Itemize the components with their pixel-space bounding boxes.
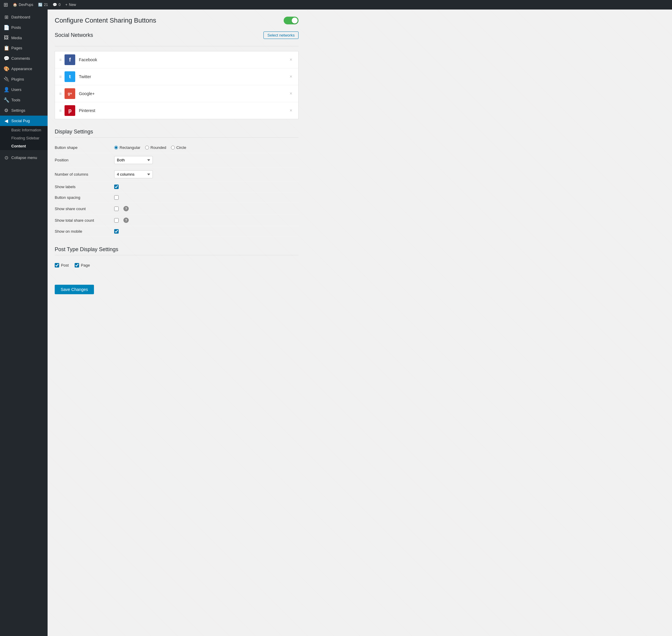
sidebar-item-comments[interactable]: 💬 Comments <box>0 53 47 64</box>
share-count-help-icon[interactable]: ? <box>123 206 129 211</box>
users-icon: 👤 <box>4 87 9 93</box>
button-spacing-label: Button spacing <box>55 195 114 200</box>
show-share-count-row: Show share count ? <box>55 203 299 215</box>
position-label: Position <box>55 158 114 162</box>
drag-handle-googleplus[interactable]: ≡ <box>59 92 61 96</box>
sidebar-item-tools[interactable]: 🔧 Tools <box>0 95 47 105</box>
show-labels-checkbox[interactable] <box>114 184 119 189</box>
shape-circle-radio[interactable] <box>171 146 175 150</box>
drag-handle-facebook[interactable]: ≡ <box>59 58 61 62</box>
show-labels-row: Show labels <box>55 182 299 192</box>
position-select[interactable]: Both Top Bottom <box>114 156 153 164</box>
social-networks-section: Social Networks Select networks ≡ f Face… <box>55 32 299 119</box>
sidebar-item-media[interactable]: 🖼 Media <box>0 33 47 43</box>
post-type-page-checkbox[interactable] <box>75 263 79 267</box>
page-title: Configure Content Sharing Buttons <box>55 17 156 24</box>
position-control: Both Top Bottom <box>114 156 153 164</box>
sidebar-item-social-pug[interactable]: ◀ Social Pug <box>0 116 47 126</box>
plugins-icon: 🔌 <box>4 76 9 82</box>
sidebar-subitem-floating-sidebar[interactable]: Floating Sidebar <box>0 134 47 142</box>
sidebar-item-pages[interactable]: 📋 Pages <box>0 43 47 53</box>
post-type-section: Post Type Display Settings Post Page <box>55 246 299 271</box>
twitter-remove-button[interactable]: × <box>288 74 294 80</box>
post-type-page-label[interactable]: Page <box>75 263 90 267</box>
sidebar-item-posts[interactable]: 📄 Posts <box>0 22 47 33</box>
button-shape-row: Button shape Rectangular Rounded Circ <box>55 142 299 153</box>
comments-icon: 💬 <box>4 56 9 61</box>
googleplus-remove-button[interactable]: × <box>288 90 294 97</box>
show-labels-label: Show labels <box>55 184 114 189</box>
show-share-count-checkbox[interactable] <box>114 206 119 211</box>
shape-rounded-label[interactable]: Rounded <box>145 145 166 150</box>
social-pug-icon: ◀ <box>4 118 9 124</box>
show-total-share-count-label: Show total share count <box>55 218 114 223</box>
sidebar-item-users[interactable]: 👤 Users <box>0 84 47 95</box>
network-list: ≡ f Facebook × ≡ 𝕥 Twitter × ≡ <box>55 51 299 119</box>
display-settings-section: Display Settings Button shape Rectangula… <box>55 129 299 237</box>
googleplus-icon: g+ <box>64 88 75 99</box>
shape-circle-label[interactable]: Circle <box>171 145 186 150</box>
shape-rounded-radio[interactable] <box>145 146 149 150</box>
show-total-share-count-row: Show total share count ? <box>55 215 299 226</box>
show-on-mobile-row: Show on mobile <box>55 226 299 237</box>
network-item-twitter: ≡ 𝕥 Twitter × <box>55 68 298 85</box>
button-spacing-control <box>114 195 119 200</box>
social-networks-divider <box>55 46 299 46</box>
site-name[interactable]: 🏠 DevPups <box>13 3 33 7</box>
total-share-count-help-icon[interactable]: ? <box>123 218 129 223</box>
post-type-post-checkbox[interactable] <box>55 263 59 267</box>
wp-logo[interactable]: ⊞ <box>4 1 8 8</box>
shape-rectangular-radio[interactable] <box>114 146 118 150</box>
select-networks-button[interactable]: Select networks <box>264 32 299 39</box>
social-networks-title: Social Networks <box>55 32 93 38</box>
sidebar-item-settings[interactable]: ⚙ Settings <box>0 105 47 116</box>
twitter-icon: 𝕥 <box>64 71 75 82</box>
columns-select[interactable]: 1 column 2 columns 3 columns 4 columns <box>114 170 153 178</box>
post-type-checkboxes: Post Page <box>55 260 299 271</box>
drag-handle-pinterest[interactable]: ≡ <box>59 108 61 113</box>
comments-count[interactable]: 💬 0 <box>53 3 61 7</box>
drag-handle-twitter[interactable]: ≡ <box>59 75 61 79</box>
collapse-menu-button[interactable]: ⊙ Collapse menu <box>0 153 47 163</box>
columns-label: Number of columns <box>55 172 114 177</box>
pinterest-icon: p <box>64 105 75 116</box>
facebook-icon: f <box>64 54 75 65</box>
updates-count[interactable]: 🔄 21 <box>38 3 48 7</box>
posts-icon: 📄 <box>4 25 9 30</box>
post-type-title: Post Type Display Settings <box>55 246 299 255</box>
sidebar-item-dashboard[interactable]: ⊞ Dashboard <box>0 12 47 22</box>
sidebar-submenu: Basic Information Floating Sidebar Conte… <box>0 126 47 150</box>
sidebar-subitem-content[interactable]: Content <box>0 142 47 150</box>
appearance-icon: 🎨 <box>4 66 9 72</box>
sidebar-subitem-basic-info[interactable]: Basic Information <box>0 126 47 134</box>
facebook-label: Facebook <box>79 57 288 62</box>
tools-icon: 🔧 <box>4 97 9 103</box>
save-changes-button[interactable]: Save Changes <box>55 285 94 294</box>
show-share-count-label: Show share count <box>55 206 114 211</box>
twitter-label: Twitter <box>79 74 288 79</box>
pinterest-label: Pinterest <box>79 108 288 113</box>
pinterest-remove-button[interactable]: × <box>288 107 294 114</box>
sidebar-item-appearance[interactable]: 🎨 Appearance <box>0 64 47 74</box>
new-button[interactable]: + New <box>65 3 76 7</box>
button-shape-label: Button shape <box>55 145 114 150</box>
show-total-share-count-checkbox[interactable] <box>114 218 119 223</box>
toggle-slider <box>284 17 299 24</box>
settings-icon: ⚙ <box>4 107 9 113</box>
button-shape-control: Rectangular Rounded Circle <box>114 145 186 150</box>
shape-rectangular-label[interactable]: Rectangular <box>114 145 140 150</box>
facebook-remove-button[interactable]: × <box>288 57 294 63</box>
button-spacing-row: Button spacing <box>55 192 299 203</box>
pages-icon: 📋 <box>4 45 9 51</box>
sidebar-item-plugins[interactable]: 🔌 Plugins <box>0 74 47 84</box>
show-on-mobile-label: Show on mobile <box>55 229 114 234</box>
position-row: Position Both Top Bottom <box>55 153 299 167</box>
show-share-count-control: ? <box>114 206 129 211</box>
button-spacing-checkbox[interactable] <box>114 195 119 200</box>
social-networks-header: Social Networks Select networks <box>55 32 299 41</box>
network-item-googleplus: ≡ g+ Google+ × <box>55 85 298 102</box>
page-header: Configure Content Sharing Buttons <box>55 17 299 24</box>
enable-toggle[interactable] <box>284 17 299 24</box>
post-type-post-label[interactable]: Post <box>55 263 69 267</box>
show-on-mobile-checkbox[interactable] <box>114 229 119 234</box>
